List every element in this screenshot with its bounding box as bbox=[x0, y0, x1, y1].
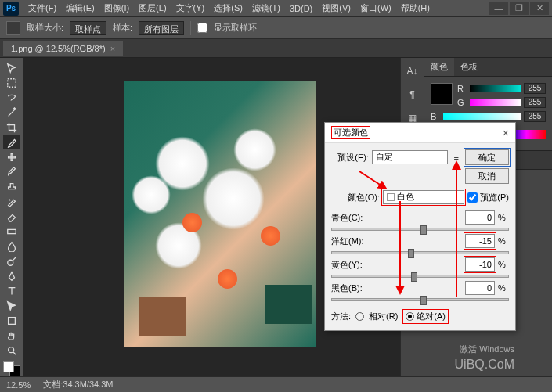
tool-zoom[interactable] bbox=[3, 343, 20, 357]
cyan-label: 青色(C): bbox=[331, 212, 462, 224]
window-close-icon[interactable]: ✕ bbox=[530, 2, 549, 15]
sample-size-label: 取样大小: bbox=[27, 22, 63, 34]
pct-label: % bbox=[498, 283, 509, 293]
yellow-slider[interactable] bbox=[331, 275, 509, 278]
tool-hand[interactable] bbox=[3, 329, 20, 342]
g-slider[interactable] bbox=[470, 99, 521, 106]
magenta-label: 洋红(M): bbox=[331, 236, 462, 247]
r-label: R bbox=[457, 84, 467, 93]
tool-wand[interactable] bbox=[3, 106, 20, 119]
activate-windows-text: 激活 Windows bbox=[455, 343, 514, 355]
absolute-label: 绝对(A) bbox=[417, 311, 446, 322]
g-value[interactable]: 255 bbox=[524, 97, 546, 108]
document-tab[interactable]: 1.png @ 12.5%(RGB/8*) × bbox=[3, 41, 123, 56]
zoom-level[interactable]: 12.5% bbox=[6, 380, 31, 390]
menu-select[interactable]: 选择(S) bbox=[209, 2, 247, 14]
preset-label: 预设(E): bbox=[331, 152, 369, 164]
options-bar: 取样大小: 取样点 样本: 所有图层 显示取样环 bbox=[0, 17, 552, 39]
tool-type[interactable] bbox=[3, 284, 20, 297]
tool-pen[interactable] bbox=[3, 269, 20, 282]
yellow-input[interactable] bbox=[465, 257, 495, 272]
document-image bbox=[124, 81, 316, 347]
black-slider[interactable] bbox=[331, 298, 509, 301]
menu-image[interactable]: 图像(I) bbox=[99, 2, 134, 14]
status-bar: 12.5% 文档:34.3M/34.3M bbox=[0, 376, 552, 392]
tool-eyedropper[interactable] bbox=[3, 135, 20, 149]
color-panel-tab[interactable]: 颜色 bbox=[424, 58, 454, 76]
preset-select[interactable]: 自定 bbox=[372, 150, 448, 164]
tool-move[interactable] bbox=[3, 61, 20, 74]
yellow-slider-row: 黄色(Y):% bbox=[331, 257, 509, 278]
tool-marquee[interactable] bbox=[3, 76, 20, 89]
pct-label: % bbox=[498, 236, 509, 246]
document-tab-close-icon[interactable]: × bbox=[110, 44, 115, 53]
menu-view[interactable]: 视图(V) bbox=[317, 2, 355, 14]
window-minimize-icon[interactable]: — bbox=[489, 2, 508, 15]
b-slider[interactable] bbox=[443, 113, 521, 120]
svg-rect-1 bbox=[8, 156, 15, 158]
tool-heal[interactable] bbox=[3, 150, 20, 164]
relative-radio[interactable] bbox=[355, 312, 364, 321]
preset-menu-icon[interactable]: ≡ bbox=[454, 153, 459, 162]
method-label: 方法: bbox=[331, 311, 351, 322]
toolbox bbox=[0, 58, 23, 376]
document-size: 文档:34.3M/34.3M bbox=[43, 379, 113, 390]
menu-filter[interactable]: 滤镜(T) bbox=[247, 2, 285, 14]
swatches-panel-tab[interactable]: 色板 bbox=[454, 58, 484, 76]
svg-rect-3 bbox=[7, 229, 16, 233]
r-slider[interactable] bbox=[470, 85, 521, 92]
selective-color-dialog: 可选颜色 × 预设(E): 自定 ≡ 确定 取消 颜色(O): 白色 预览(P)… bbox=[324, 122, 516, 331]
show-ring-checkbox[interactable] bbox=[197, 23, 207, 33]
tool-lasso[interactable] bbox=[3, 91, 20, 104]
yellow-label: 黄色(Y): bbox=[331, 259, 462, 271]
window-restore-icon[interactable]: ❐ bbox=[510, 2, 529, 15]
magenta-input[interactable] bbox=[465, 234, 495, 248]
document-tab-bar: 1.png @ 12.5%(RGB/8*) × bbox=[0, 39, 552, 58]
black-slider-row: 黑色(B):% bbox=[331, 281, 509, 301]
sample-size-select[interactable]: 取样点 bbox=[70, 21, 106, 35]
absolute-radio[interactable] bbox=[406, 312, 414, 321]
relative-label: 相对(R) bbox=[369, 311, 398, 322]
b-value[interactable]: 255 bbox=[524, 111, 546, 122]
menu-layer[interactable]: 图层(L) bbox=[134, 2, 171, 14]
r-value[interactable]: 255 bbox=[524, 83, 546, 94]
history-panel-icon[interactable]: A↓ bbox=[406, 64, 420, 78]
menu-file[interactable]: 文件(F) bbox=[23, 2, 61, 14]
cyan-slider[interactable] bbox=[331, 228, 509, 231]
black-input[interactable] bbox=[465, 281, 495, 295]
menu-edit[interactable]: 编辑(E) bbox=[61, 2, 99, 14]
tool-preset-icon[interactable] bbox=[6, 21, 20, 35]
tool-shape[interactable] bbox=[3, 314, 20, 327]
document-tab-title: 1.png @ 12.5%(RGB/8*) bbox=[11, 44, 106, 53]
pct-label: % bbox=[498, 260, 509, 269]
sample-select[interactable]: 所有图层 bbox=[139, 21, 184, 35]
tool-dodge[interactable] bbox=[3, 254, 20, 268]
colors-label: 颜色(O): bbox=[331, 192, 380, 203]
svg-rect-2 bbox=[11, 153, 13, 160]
tool-eraser[interactable] bbox=[3, 210, 20, 223]
menu-type[interactable]: 文字(Y) bbox=[171, 2, 210, 14]
tool-brush[interactable] bbox=[3, 165, 20, 178]
color-swatch[interactable] bbox=[3, 361, 20, 376]
tool-gradient[interactable] bbox=[3, 225, 20, 238]
tool-blur[interactable] bbox=[3, 239, 20, 253]
menu-window[interactable]: 窗口(W) bbox=[355, 2, 396, 14]
ok-button[interactable]: 确定 bbox=[465, 149, 509, 165]
dialog-title: 可选颜色 bbox=[331, 126, 370, 139]
colors-select[interactable]: 白色 bbox=[383, 190, 464, 204]
tool-history-brush[interactable] bbox=[3, 195, 20, 208]
magenta-slider[interactable] bbox=[331, 251, 509, 254]
character-panel-icon[interactable]: ¶ bbox=[406, 88, 420, 102]
foreground-color-swatch[interactable] bbox=[431, 83, 453, 105]
dialog-titlebar[interactable]: 可选颜色 × bbox=[325, 123, 515, 143]
cancel-button[interactable]: 取消 bbox=[465, 168, 509, 184]
menu-3d[interactable]: 3D(D) bbox=[285, 4, 317, 13]
tool-path[interactable] bbox=[3, 299, 20, 312]
preview-checkbox[interactable] bbox=[467, 192, 478, 203]
cyan-input[interactable] bbox=[465, 210, 495, 225]
dialog-close-icon[interactable]: × bbox=[503, 127, 509, 139]
tool-stamp[interactable] bbox=[3, 180, 20, 193]
tool-crop[interactable] bbox=[3, 120, 20, 134]
b-label: B bbox=[431, 112, 440, 121]
menu-help[interactable]: 帮助(H) bbox=[396, 2, 435, 14]
